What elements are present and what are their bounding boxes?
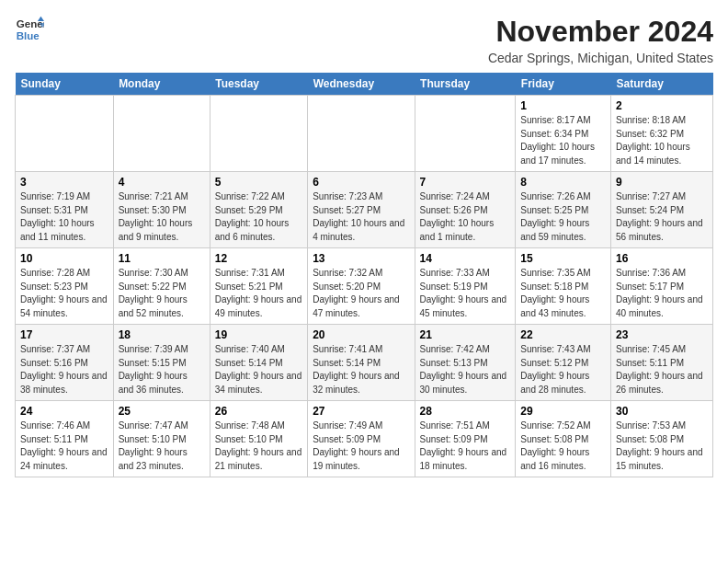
svg-text:Blue: Blue <box>17 30 40 41</box>
day-info: Sunrise: 7:26 AM Sunset: 5:25 PM Dayligh… <box>520 190 606 244</box>
calendar-cell: 14Sunrise: 7:33 AM Sunset: 5:19 PM Dayli… <box>415 248 516 325</box>
day-info: Sunrise: 7:53 AM Sunset: 5:08 PM Dayligh… <box>616 419 708 473</box>
header-day-monday: Monday <box>113 73 210 96</box>
calendar-cell: 25Sunrise: 7:47 AM Sunset: 5:10 PM Dayli… <box>113 401 210 477</box>
logo-icon: General Blue <box>15 15 44 44</box>
calendar-week-row: 1Sunrise: 8:17 AM Sunset: 6:34 PM Daylig… <box>16 96 713 172</box>
calendar-cell <box>16 96 114 172</box>
header-day-sunday: Sunday <box>16 73 114 96</box>
day-number: 20 <box>313 328 409 341</box>
day-number: 30 <box>616 405 708 418</box>
day-number: 9 <box>616 176 708 189</box>
day-number: 2 <box>616 99 708 112</box>
calendar-cell: 2Sunrise: 8:18 AM Sunset: 6:32 PM Daylig… <box>611 96 713 172</box>
calendar-cell: 4Sunrise: 7:21 AM Sunset: 5:30 PM Daylig… <box>113 172 210 248</box>
day-info: Sunrise: 7:46 AM Sunset: 5:11 PM Dayligh… <box>20 419 108 473</box>
calendar-cell: 21Sunrise: 7:42 AM Sunset: 5:13 PM Dayli… <box>415 325 516 401</box>
day-number: 15 <box>520 252 606 265</box>
day-info: Sunrise: 7:40 AM Sunset: 5:14 PM Dayligh… <box>215 343 302 396</box>
day-number: 5 <box>215 176 302 189</box>
page-header: General Blue November 2024 Cedar Springs… <box>15 15 713 65</box>
day-number: 25 <box>119 405 205 418</box>
day-number: 16 <box>616 252 708 265</box>
header-day-thursday: Thursday <box>415 73 516 96</box>
day-info: Sunrise: 7:27 AM Sunset: 5:24 PM Dayligh… <box>616 190 708 244</box>
day-info: Sunrise: 7:31 AM Sunset: 5:21 PM Dayligh… <box>215 267 302 320</box>
day-info: Sunrise: 7:19 AM Sunset: 5:31 PM Dayligh… <box>20 190 108 244</box>
day-number: 26 <box>215 405 302 418</box>
day-info: Sunrise: 7:39 AM Sunset: 5:15 PM Dayligh… <box>119 343 205 396</box>
day-info: Sunrise: 7:21 AM Sunset: 5:30 PM Dayligh… <box>119 190 205 244</box>
day-number: 10 <box>20 252 108 265</box>
day-number: 11 <box>119 252 205 265</box>
day-info: Sunrise: 7:42 AM Sunset: 5:13 PM Dayligh… <box>420 343 511 396</box>
calendar-week-row: 3Sunrise: 7:19 AM Sunset: 5:31 PM Daylig… <box>16 172 713 248</box>
calendar-cell: 17Sunrise: 7:37 AM Sunset: 5:16 PM Dayli… <box>16 325 114 401</box>
calendar-cell: 28Sunrise: 7:51 AM Sunset: 5:09 PM Dayli… <box>415 401 516 477</box>
day-number: 8 <box>520 176 606 189</box>
calendar-cell: 5Sunrise: 7:22 AM Sunset: 5:29 PM Daylig… <box>210 172 307 248</box>
day-info: Sunrise: 7:48 AM Sunset: 5:10 PM Dayligh… <box>215 419 302 473</box>
calendar-cell: 7Sunrise: 7:24 AM Sunset: 5:26 PM Daylig… <box>415 172 516 248</box>
day-number: 4 <box>119 176 205 189</box>
calendar-table: SundayMondayTuesdayWednesdayThursdayFrid… <box>15 73 713 477</box>
day-info: Sunrise: 7:49 AM Sunset: 5:09 PM Dayligh… <box>313 419 409 473</box>
day-info: Sunrise: 7:47 AM Sunset: 5:10 PM Dayligh… <box>119 419 205 473</box>
day-number: 14 <box>420 252 511 265</box>
calendar-cell <box>308 96 415 172</box>
calendar-cell: 13Sunrise: 7:32 AM Sunset: 5:20 PM Dayli… <box>308 248 415 325</box>
day-number: 29 <box>520 405 606 418</box>
day-info: Sunrise: 7:23 AM Sunset: 5:27 PM Dayligh… <box>313 190 409 244</box>
calendar-header-row: SundayMondayTuesdayWednesdayThursdayFrid… <box>16 73 713 96</box>
month-title: November 2024 <box>488 15 713 49</box>
day-number: 19 <box>215 328 302 341</box>
day-info: Sunrise: 8:17 AM Sunset: 6:34 PM Dayligh… <box>520 114 606 167</box>
title-area: November 2024 Cedar Springs, Michigan, U… <box>488 15 713 65</box>
calendar-cell: 22Sunrise: 7:43 AM Sunset: 5:12 PM Dayli… <box>516 325 611 401</box>
header-day-tuesday: Tuesday <box>210 73 307 96</box>
calendar-cell: 6Sunrise: 7:23 AM Sunset: 5:27 PM Daylig… <box>308 172 415 248</box>
day-info: Sunrise: 7:37 AM Sunset: 5:16 PM Dayligh… <box>20 343 108 396</box>
calendar-cell <box>210 96 307 172</box>
calendar-cell: 19Sunrise: 7:40 AM Sunset: 5:14 PM Dayli… <box>210 325 307 401</box>
day-number: 13 <box>313 252 409 265</box>
day-info: Sunrise: 7:52 AM Sunset: 5:08 PM Dayligh… <box>520 419 606 473</box>
day-info: Sunrise: 7:45 AM Sunset: 5:11 PM Dayligh… <box>616 343 708 396</box>
day-info: Sunrise: 7:41 AM Sunset: 5:14 PM Dayligh… <box>313 343 409 396</box>
logo: General Blue <box>15 15 44 44</box>
day-info: Sunrise: 8:18 AM Sunset: 6:32 PM Dayligh… <box>616 114 708 167</box>
calendar-cell: 29Sunrise: 7:52 AM Sunset: 5:08 PM Dayli… <box>516 401 611 477</box>
calendar-cell: 18Sunrise: 7:39 AM Sunset: 5:15 PM Dayli… <box>113 325 210 401</box>
day-number: 12 <box>215 252 302 265</box>
day-info: Sunrise: 7:22 AM Sunset: 5:29 PM Dayligh… <box>215 190 302 244</box>
calendar-cell: 30Sunrise: 7:53 AM Sunset: 5:08 PM Dayli… <box>611 401 713 477</box>
calendar-cell: 12Sunrise: 7:31 AM Sunset: 5:21 PM Dayli… <box>210 248 307 325</box>
day-info: Sunrise: 7:32 AM Sunset: 5:20 PM Dayligh… <box>313 267 409 320</box>
calendar-cell: 8Sunrise: 7:26 AM Sunset: 5:25 PM Daylig… <box>516 172 611 248</box>
header-day-wednesday: Wednesday <box>308 73 415 96</box>
calendar-cell: 27Sunrise: 7:49 AM Sunset: 5:09 PM Dayli… <box>308 401 415 477</box>
header-day-saturday: Saturday <box>611 73 713 96</box>
day-info: Sunrise: 7:30 AM Sunset: 5:22 PM Dayligh… <box>119 267 205 320</box>
day-info: Sunrise: 7:36 AM Sunset: 5:17 PM Dayligh… <box>616 267 708 320</box>
calendar-cell: 11Sunrise: 7:30 AM Sunset: 5:22 PM Dayli… <box>113 248 210 325</box>
day-number: 27 <box>313 405 409 418</box>
day-info: Sunrise: 7:24 AM Sunset: 5:26 PM Dayligh… <box>420 190 511 244</box>
calendar-cell: 10Sunrise: 7:28 AM Sunset: 5:23 PM Dayli… <box>16 248 114 325</box>
day-number: 28 <box>420 405 511 418</box>
calendar-cell: 15Sunrise: 7:35 AM Sunset: 5:18 PM Dayli… <box>516 248 611 325</box>
day-number: 3 <box>20 176 108 189</box>
day-number: 6 <box>313 176 409 189</box>
calendar-cell <box>113 96 210 172</box>
day-info: Sunrise: 7:43 AM Sunset: 5:12 PM Dayligh… <box>520 343 606 396</box>
day-number: 18 <box>119 328 205 341</box>
day-info: Sunrise: 7:28 AM Sunset: 5:23 PM Dayligh… <box>20 267 108 320</box>
calendar-cell: 20Sunrise: 7:41 AM Sunset: 5:14 PM Dayli… <box>308 325 415 401</box>
header-day-friday: Friday <box>516 73 611 96</box>
calendar-week-row: 24Sunrise: 7:46 AM Sunset: 5:11 PM Dayli… <box>16 401 713 477</box>
calendar-cell: 9Sunrise: 7:27 AM Sunset: 5:24 PM Daylig… <box>611 172 713 248</box>
day-number: 7 <box>420 176 511 189</box>
calendar-cell: 1Sunrise: 8:17 AM Sunset: 6:34 PM Daylig… <box>516 96 611 172</box>
day-number: 1 <box>520 99 606 112</box>
day-info: Sunrise: 7:51 AM Sunset: 5:09 PM Dayligh… <box>420 419 511 473</box>
